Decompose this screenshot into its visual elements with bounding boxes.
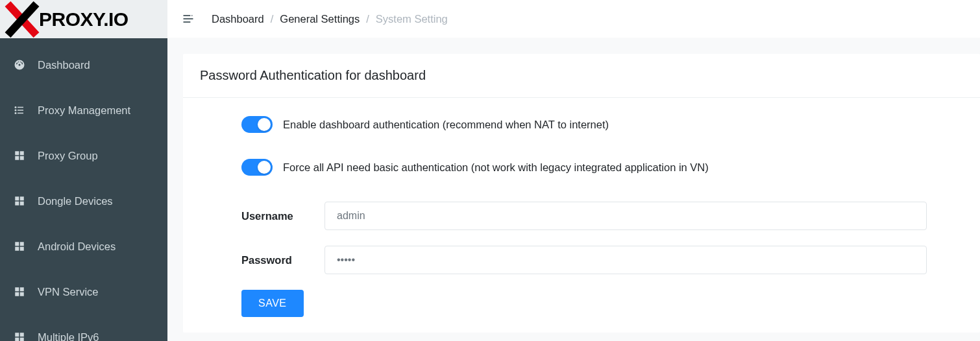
sidebar-item-proxy-group[interactable]: Proxy Group bbox=[0, 133, 167, 178]
sidebar-item-label: Dongle Devices bbox=[38, 195, 113, 207]
svg-rect-21 bbox=[20, 287, 24, 291]
grid-icon bbox=[13, 285, 26, 298]
sidebar-item-label: Multiple IPv6 bbox=[38, 331, 99, 342]
svg-rect-22 bbox=[15, 292, 19, 296]
grid-icon bbox=[13, 331, 26, 341]
svg-rect-17 bbox=[20, 242, 24, 246]
main-content: Password Authentication for dashboard En… bbox=[167, 0, 980, 341]
topbar: Dashboard / General Settings / System Se… bbox=[167, 0, 980, 38]
sidebar-item-label: Android Devices bbox=[38, 241, 116, 253]
logo-x-icon bbox=[4, 1, 40, 38]
logo-bar: PROXY.IO bbox=[0, 0, 167, 38]
sidebar-item-dongle-devices[interactable]: Dongle Devices bbox=[0, 178, 167, 224]
svg-rect-13 bbox=[20, 196, 24, 200]
card-title: Password Authentication for dashboard bbox=[183, 54, 980, 98]
breadcrumb: Dashboard / General Settings / System Se… bbox=[212, 13, 448, 25]
username-label: Username bbox=[241, 210, 325, 222]
list-icon bbox=[13, 104, 26, 117]
logo-text: PROXY.IO bbox=[39, 8, 129, 30]
svg-rect-19 bbox=[20, 247, 24, 251]
password-label: Password bbox=[241, 254, 325, 266]
password-input[interactable] bbox=[325, 246, 927, 274]
sidebar: Dashboard Proxy Management Proxy Group D… bbox=[0, 0, 167, 341]
svg-rect-3 bbox=[18, 107, 23, 108]
sidebar-item-label: VPN Service bbox=[38, 286, 99, 298]
sidebar-item-dashboard[interactable]: Dashboard bbox=[0, 42, 167, 88]
toggle-force-api-auth-label: Force all API need basic authentication … bbox=[283, 161, 709, 174]
sidebar-item-android-devices[interactable]: Android Devices bbox=[0, 224, 167, 269]
sidebar-item-proxy-management[interactable]: Proxy Management bbox=[0, 88, 167, 133]
svg-rect-26 bbox=[15, 338, 19, 341]
svg-rect-24 bbox=[15, 333, 19, 336]
toggle-enable-auth[interactable] bbox=[241, 116, 273, 133]
svg-rect-14 bbox=[15, 202, 19, 206]
svg-rect-23 bbox=[20, 292, 24, 296]
svg-point-6 bbox=[15, 112, 17, 114]
breadcrumb-dashboard[interactable]: Dashboard bbox=[212, 13, 264, 25]
breadcrumb-system-setting: System Setting bbox=[376, 13, 448, 25]
toggle-enable-auth-label: Enable dashboard authentication (recomme… bbox=[283, 119, 609, 131]
svg-point-4 bbox=[15, 110, 17, 112]
sidebar-item-multiple-ipv6[interactable]: Multiple IPv6 bbox=[0, 314, 167, 341]
sidebar-item-label: Proxy Group bbox=[38, 150, 98, 162]
grid-icon bbox=[13, 149, 26, 162]
settings-card: Password Authentication for dashboard En… bbox=[183, 54, 980, 333]
svg-rect-10 bbox=[15, 156, 19, 160]
grid-icon bbox=[13, 240, 26, 253]
sidebar-item-label: Dashboard bbox=[38, 59, 90, 71]
breadcrumb-separator: / bbox=[366, 13, 369, 25]
sidebar-item-label: Proxy Management bbox=[38, 104, 130, 117]
svg-rect-8 bbox=[15, 151, 19, 155]
dashboard-icon bbox=[13, 58, 26, 71]
save-button[interactable]: SAVE bbox=[241, 290, 304, 317]
svg-rect-16 bbox=[15, 242, 19, 246]
menu-toggle-icon[interactable] bbox=[179, 10, 197, 28]
svg-point-2 bbox=[15, 106, 17, 108]
svg-rect-7 bbox=[18, 113, 23, 114]
svg-rect-15 bbox=[20, 202, 24, 206]
breadcrumb-general-settings[interactable]: General Settings bbox=[280, 13, 360, 25]
svg-rect-12 bbox=[15, 196, 19, 200]
sidebar-item-vpn-service[interactable]: VPN Service bbox=[0, 269, 167, 314]
toggle-knob bbox=[258, 161, 271, 174]
svg-rect-5 bbox=[18, 110, 23, 111]
toggle-force-api-auth[interactable] bbox=[241, 159, 273, 176]
grid-icon bbox=[13, 194, 26, 207]
breadcrumb-separator: / bbox=[271, 13, 274, 25]
svg-rect-9 bbox=[20, 151, 24, 155]
svg-rect-27 bbox=[20, 338, 24, 341]
svg-rect-25 bbox=[20, 333, 24, 336]
svg-rect-20 bbox=[15, 287, 19, 291]
svg-rect-18 bbox=[15, 247, 19, 251]
toggle-knob bbox=[258, 118, 271, 131]
username-input[interactable] bbox=[325, 202, 927, 230]
svg-rect-11 bbox=[20, 156, 24, 160]
